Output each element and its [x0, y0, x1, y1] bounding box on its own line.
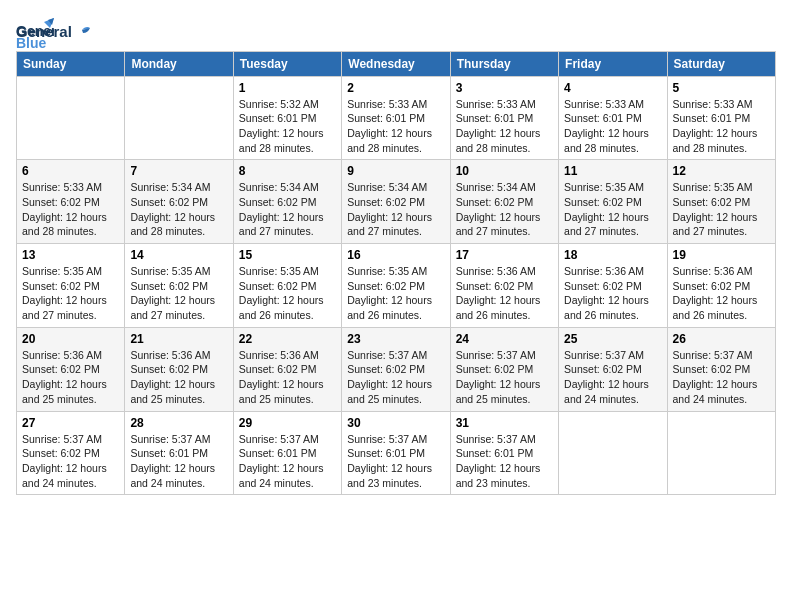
- day-number: 3: [456, 81, 553, 95]
- day-info: Sunrise: 5:37 AM Sunset: 6:01 PM Dayligh…: [456, 432, 553, 491]
- day-info: Sunrise: 5:37 AM Sunset: 6:02 PM Dayligh…: [673, 348, 770, 407]
- calendar-cell: 18Sunrise: 5:36 AM Sunset: 6:02 PM Dayli…: [559, 244, 667, 328]
- calendar-cell: 26Sunrise: 5:37 AM Sunset: 6:02 PM Dayli…: [667, 327, 775, 411]
- day-info: Sunrise: 5:35 AM Sunset: 6:02 PM Dayligh…: [673, 180, 770, 239]
- day-number: 20: [22, 332, 119, 346]
- calendar-week-row: 27Sunrise: 5:37 AM Sunset: 6:02 PM Dayli…: [17, 411, 776, 495]
- day-number: 15: [239, 248, 336, 262]
- day-info: Sunrise: 5:36 AM Sunset: 6:02 PM Dayligh…: [22, 348, 119, 407]
- calendar-cell: [559, 411, 667, 495]
- day-info: Sunrise: 5:34 AM Sunset: 6:02 PM Dayligh…: [347, 180, 444, 239]
- day-number: 10: [456, 164, 553, 178]
- day-number: 9: [347, 164, 444, 178]
- day-number: 11: [564, 164, 661, 178]
- day-number: 30: [347, 416, 444, 430]
- day-number: 1: [239, 81, 336, 95]
- day-number: 4: [564, 81, 661, 95]
- day-info: Sunrise: 5:34 AM Sunset: 6:02 PM Dayligh…: [239, 180, 336, 239]
- calendar-cell: 6Sunrise: 5:33 AM Sunset: 6:02 PM Daylig…: [17, 160, 125, 244]
- weekday-header-wednesday: Wednesday: [342, 51, 450, 76]
- calendar-cell: 15Sunrise: 5:35 AM Sunset: 6:02 PM Dayli…: [233, 244, 341, 328]
- day-number: 8: [239, 164, 336, 178]
- day-info: Sunrise: 5:33 AM Sunset: 6:01 PM Dayligh…: [347, 97, 444, 156]
- day-number: 13: [22, 248, 119, 262]
- page-header: General Blue General: [16, 16, 776, 41]
- day-info: Sunrise: 5:33 AM Sunset: 6:01 PM Dayligh…: [456, 97, 553, 156]
- day-number: 21: [130, 332, 227, 346]
- calendar-cell: 9Sunrise: 5:34 AM Sunset: 6:02 PM Daylig…: [342, 160, 450, 244]
- calendar-cell: 30Sunrise: 5:37 AM Sunset: 6:01 PM Dayli…: [342, 411, 450, 495]
- calendar-cell: 2Sunrise: 5:33 AM Sunset: 6:01 PM Daylig…: [342, 76, 450, 160]
- calendar-header-row: SundayMondayTuesdayWednesdayThursdayFrid…: [17, 51, 776, 76]
- day-number: 12: [673, 164, 770, 178]
- calendar-cell: 4Sunrise: 5:33 AM Sunset: 6:01 PM Daylig…: [559, 76, 667, 160]
- calendar-cell: 13Sunrise: 5:35 AM Sunset: 6:02 PM Dayli…: [17, 244, 125, 328]
- calendar-cell: 20Sunrise: 5:36 AM Sunset: 6:02 PM Dayli…: [17, 327, 125, 411]
- day-info: Sunrise: 5:33 AM Sunset: 6:01 PM Dayligh…: [673, 97, 770, 156]
- day-info: Sunrise: 5:35 AM Sunset: 6:02 PM Dayligh…: [239, 264, 336, 323]
- day-info: Sunrise: 5:37 AM Sunset: 6:02 PM Dayligh…: [22, 432, 119, 491]
- weekday-header-tuesday: Tuesday: [233, 51, 341, 76]
- day-number: 27: [22, 416, 119, 430]
- day-number: 31: [456, 416, 553, 430]
- calendar-week-row: 6Sunrise: 5:33 AM Sunset: 6:02 PM Daylig…: [17, 160, 776, 244]
- calendar-cell: 28Sunrise: 5:37 AM Sunset: 6:01 PM Dayli…: [125, 411, 233, 495]
- day-number: 22: [239, 332, 336, 346]
- weekday-header-friday: Friday: [559, 51, 667, 76]
- calendar-cell: 14Sunrise: 5:35 AM Sunset: 6:02 PM Dayli…: [125, 244, 233, 328]
- calendar-cell: 8Sunrise: 5:34 AM Sunset: 6:02 PM Daylig…: [233, 160, 341, 244]
- calendar-cell: 3Sunrise: 5:33 AM Sunset: 6:01 PM Daylig…: [450, 76, 558, 160]
- day-number: 14: [130, 248, 227, 262]
- logo-icon: General Blue: [16, 16, 54, 54]
- svg-text:Blue: Blue: [16, 35, 47, 51]
- day-number: 23: [347, 332, 444, 346]
- day-number: 6: [22, 164, 119, 178]
- logo: General Blue General: [16, 16, 92, 41]
- day-number: 29: [239, 416, 336, 430]
- calendar-cell: [667, 411, 775, 495]
- calendar-cell: 17Sunrise: 5:36 AM Sunset: 6:02 PM Dayli…: [450, 244, 558, 328]
- calendar-week-row: 13Sunrise: 5:35 AM Sunset: 6:02 PM Dayli…: [17, 244, 776, 328]
- calendar-cell: 11Sunrise: 5:35 AM Sunset: 6:02 PM Dayli…: [559, 160, 667, 244]
- calendar-cell: 16Sunrise: 5:35 AM Sunset: 6:02 PM Dayli…: [342, 244, 450, 328]
- day-number: 19: [673, 248, 770, 262]
- day-info: Sunrise: 5:37 AM Sunset: 6:01 PM Dayligh…: [130, 432, 227, 491]
- day-info: Sunrise: 5:36 AM Sunset: 6:02 PM Dayligh…: [673, 264, 770, 323]
- calendar-table: SundayMondayTuesdayWednesdayThursdayFrid…: [16, 51, 776, 496]
- weekday-header-monday: Monday: [125, 51, 233, 76]
- calendar-cell: 5Sunrise: 5:33 AM Sunset: 6:01 PM Daylig…: [667, 76, 775, 160]
- calendar-cell: 1Sunrise: 5:32 AM Sunset: 6:01 PM Daylig…: [233, 76, 341, 160]
- day-number: 5: [673, 81, 770, 95]
- calendar-cell: 27Sunrise: 5:37 AM Sunset: 6:02 PM Dayli…: [17, 411, 125, 495]
- day-info: Sunrise: 5:33 AM Sunset: 6:02 PM Dayligh…: [22, 180, 119, 239]
- calendar-week-row: 20Sunrise: 5:36 AM Sunset: 6:02 PM Dayli…: [17, 327, 776, 411]
- day-info: Sunrise: 5:35 AM Sunset: 6:02 PM Dayligh…: [564, 180, 661, 239]
- weekday-header-sunday: Sunday: [17, 51, 125, 76]
- day-number: 17: [456, 248, 553, 262]
- calendar-cell: 12Sunrise: 5:35 AM Sunset: 6:02 PM Dayli…: [667, 160, 775, 244]
- day-number: 26: [673, 332, 770, 346]
- calendar-cell: [125, 76, 233, 160]
- day-number: 25: [564, 332, 661, 346]
- calendar-week-row: 1Sunrise: 5:32 AM Sunset: 6:01 PM Daylig…: [17, 76, 776, 160]
- day-info: Sunrise: 5:37 AM Sunset: 6:02 PM Dayligh…: [564, 348, 661, 407]
- calendar-cell: 21Sunrise: 5:36 AM Sunset: 6:02 PM Dayli…: [125, 327, 233, 411]
- calendar-cell: 19Sunrise: 5:36 AM Sunset: 6:02 PM Dayli…: [667, 244, 775, 328]
- calendar-cell: 29Sunrise: 5:37 AM Sunset: 6:01 PM Dayli…: [233, 411, 341, 495]
- day-info: Sunrise: 5:37 AM Sunset: 6:02 PM Dayligh…: [456, 348, 553, 407]
- day-number: 2: [347, 81, 444, 95]
- day-number: 24: [456, 332, 553, 346]
- day-info: Sunrise: 5:34 AM Sunset: 6:02 PM Dayligh…: [130, 180, 227, 239]
- day-info: Sunrise: 5:37 AM Sunset: 6:01 PM Dayligh…: [347, 432, 444, 491]
- day-info: Sunrise: 5:35 AM Sunset: 6:02 PM Dayligh…: [22, 264, 119, 323]
- weekday-header-thursday: Thursday: [450, 51, 558, 76]
- day-info: Sunrise: 5:32 AM Sunset: 6:01 PM Dayligh…: [239, 97, 336, 156]
- day-number: 7: [130, 164, 227, 178]
- day-info: Sunrise: 5:36 AM Sunset: 6:02 PM Dayligh…: [239, 348, 336, 407]
- calendar-cell: 7Sunrise: 5:34 AM Sunset: 6:02 PM Daylig…: [125, 160, 233, 244]
- day-info: Sunrise: 5:35 AM Sunset: 6:02 PM Dayligh…: [130, 264, 227, 323]
- calendar-cell: [17, 76, 125, 160]
- logo-bird-icon: [76, 26, 92, 40]
- weekday-header-saturday: Saturday: [667, 51, 775, 76]
- day-info: Sunrise: 5:37 AM Sunset: 6:01 PM Dayligh…: [239, 432, 336, 491]
